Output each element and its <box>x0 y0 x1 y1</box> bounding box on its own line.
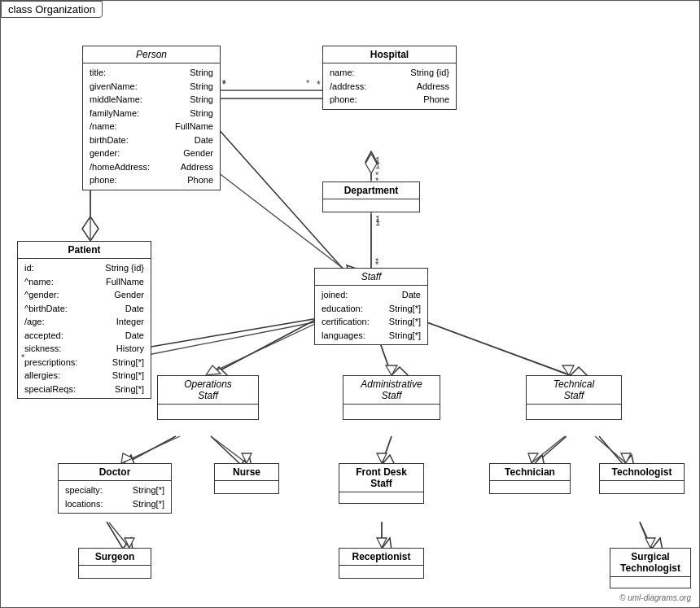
svg-marker-62 <box>621 453 631 463</box>
class-patient-attrs: id:String {id} ^name:FullName ^gender:Ge… <box>18 259 151 398</box>
class-receptionist-title: Receptionist <box>339 549 423 566</box>
class-technician: Technician <box>489 463 571 494</box>
svg-marker-66 <box>377 538 387 548</box>
diagram-title: class Organization <box>1 1 103 18</box>
class-surgeon: Surgeon <box>78 548 151 579</box>
class-staff: Staff joined:Date education:String[*] ce… <box>314 268 428 345</box>
svg-line-4 <box>211 318 318 375</box>
mult-patient-star: * <box>21 352 24 362</box>
class-technician-attrs <box>490 481 570 488</box>
svg-line-25 <box>107 522 123 549</box>
class-nurse-title: Nurse <box>215 464 278 481</box>
mult-person-hospital-right: * <box>306 78 309 88</box>
svg-marker-58 <box>377 453 387 463</box>
class-front-desk-attrs <box>339 492 423 499</box>
class-front-desk-title: Front DeskStaff <box>339 464 423 492</box>
class-ops-staff-title: OperationsStaff <box>158 376 258 405</box>
mult-dept-staff-star: * <box>375 260 378 269</box>
svg-line-47 <box>206 317 330 375</box>
class-receptionist: Receptionist <box>339 548 424 579</box>
class-person-title: Person <box>83 46 220 63</box>
class-doctor-title: Doctor <box>59 464 171 481</box>
svg-line-14 <box>127 318 318 351</box>
class-technician-title: Technician <box>490 464 570 481</box>
class-receptionist-attrs <box>339 566 423 572</box>
svg-line-61 <box>595 436 626 463</box>
svg-line-55 <box>211 436 247 463</box>
class-admin-staff-attrs <box>343 405 440 411</box>
svg-marker-60 <box>528 453 538 463</box>
class-tech-staff: TechnicalStaff <box>526 375 622 420</box>
class-surgical-tech-title: SurgicalTechnologist <box>610 549 690 577</box>
class-doctor-attrs: specialty:String[*] locations:String[*] <box>59 481 171 513</box>
mult-hospital-dept-1: 1 <box>375 160 380 170</box>
diagram-container: class Organization <box>0 0 700 608</box>
class-patient: Patient id:String {id} ^name:FullName ^g… <box>17 241 151 399</box>
mult-person-hospital-left: * <box>222 78 225 88</box>
class-tech-staff-title: TechnicalStaff <box>527 376 621 405</box>
class-department-title: Department <box>323 182 419 199</box>
class-front-desk: Front DeskStaff <box>339 463 424 504</box>
mult-hospital-dept-star: * <box>375 176 378 186</box>
class-tech-staff-attrs <box>527 405 621 411</box>
class-staff-attrs: joined:Date education:String[*] certific… <box>315 286 427 344</box>
class-hospital-title: Hospital <box>323 46 456 63</box>
svg-marker-11 <box>82 217 98 241</box>
class-technologist: Technologist <box>599 463 685 494</box>
svg-line-45 <box>127 321 322 359</box>
svg-marker-48 <box>206 365 221 375</box>
class-doctor: Doctor specialty:String[*] locations:Str… <box>58 463 172 514</box>
class-department: Department <box>322 182 420 212</box>
class-admin-staff-title: AdministrativeStaff <box>343 376 440 405</box>
svg-line-21 <box>534 436 567 465</box>
svg-line-63 <box>109 523 129 548</box>
class-surgeon-attrs <box>79 566 151 572</box>
class-person: Person title:String givenName:String mid… <box>82 46 221 190</box>
class-hospital: Hospital name:String {id} /address:Addre… <box>322 46 457 110</box>
svg-line-67 <box>640 523 650 548</box>
class-surgical-tech: SurgicalTechnologist <box>610 548 691 588</box>
svg-line-15 <box>123 436 176 465</box>
copyright: © uml-diagrams.org <box>619 593 691 602</box>
svg-line-23 <box>599 436 623 465</box>
svg-marker-52 <box>562 365 574 375</box>
svg-line-8 <box>416 318 571 375</box>
svg-line-57 <box>382 436 392 463</box>
class-nurse: Nurse <box>214 463 279 494</box>
class-hospital-attrs: name:String {id} /address:Address phone:… <box>323 63 456 109</box>
class-admin-staff: AdministrativeStaff <box>343 375 440 420</box>
mult-dept-staff-1: 1 <box>375 217 380 227</box>
class-technologist-title: Technologist <box>600 464 684 481</box>
svg-text:*: * <box>317 79 321 90</box>
svg-marker-50 <box>386 365 397 375</box>
class-ops-staff: OperationsStaff <box>157 375 259 420</box>
class-nurse-attrs <box>215 481 278 488</box>
class-patient-title: Patient <box>18 242 151 259</box>
class-person-attrs: title:String givenName:String middleName… <box>83 63 220 190</box>
class-ops-staff-attrs <box>158 405 258 411</box>
svg-marker-54 <box>121 453 133 463</box>
svg-line-53 <box>121 436 180 463</box>
svg-line-51 <box>412 317 569 375</box>
svg-line-29 <box>640 522 652 549</box>
class-surgical-tech-attrs <box>610 577 690 584</box>
svg-line-17 <box>211 436 241 465</box>
class-technologist-attrs <box>600 481 684 488</box>
svg-line-59 <box>532 436 565 463</box>
svg-line-19 <box>382 436 392 465</box>
class-staff-title: Staff <box>315 269 427 286</box>
svg-marker-64 <box>125 538 134 548</box>
svg-marker-56 <box>242 453 252 463</box>
svg-marker-68 <box>645 538 655 548</box>
class-surgeon-title: Surgeon <box>79 549 151 566</box>
class-department-attrs <box>323 199 419 206</box>
